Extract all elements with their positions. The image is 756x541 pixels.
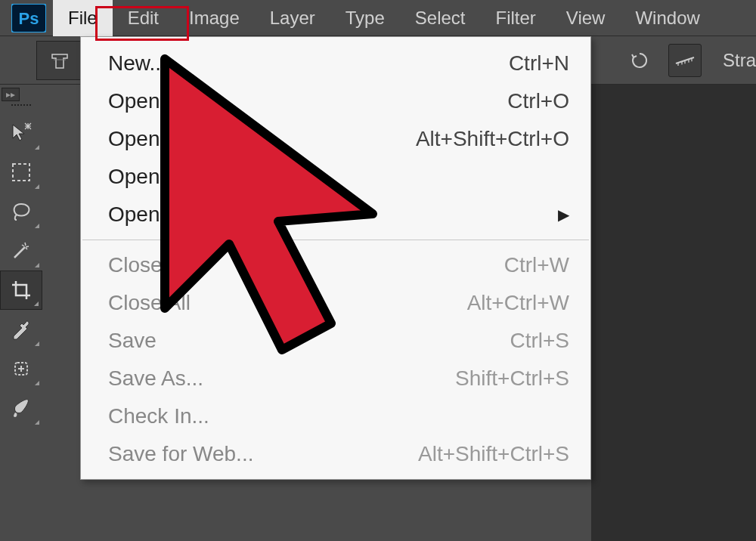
menu-item-label: New... xyxy=(108,51,509,76)
flyout-indicator-icon xyxy=(35,145,39,150)
menu-item-close: CloseCtrl+W xyxy=(81,246,590,284)
menu-view[interactable]: View xyxy=(551,0,621,36)
menu-item-new[interactable]: New...Ctrl+N xyxy=(81,45,590,82)
menu-item-label: Save As... xyxy=(108,366,455,391)
menu-item-shortcut: Shift+Ctrl+S xyxy=(455,366,569,391)
menu-item-shortcut: Alt+Shift+Ctrl+S xyxy=(418,442,569,466)
flyout-indicator-icon xyxy=(34,301,39,306)
menu-item-open[interactable]: OpenCtrl+O xyxy=(81,82,590,120)
tool-preset-picker[interactable] xyxy=(36,41,83,80)
magic-wand-tool[interactable] xyxy=(0,231,42,270)
panel-expand-button[interactable]: ▸▸ xyxy=(2,88,20,101)
straighten-button[interactable] xyxy=(668,44,702,77)
menu-item-label: Open a xyxy=(108,165,569,189)
file-menu-dropdown: New...Ctrl+NOpenCtrl+OOpenAlt+Shift+Ctrl… xyxy=(80,36,591,480)
menu-item-shortcut: Ctrl+W xyxy=(504,253,569,277)
menu-item-label: Open R xyxy=(108,202,552,227)
straighten-label: Stra xyxy=(714,50,756,71)
menu-layer[interactable]: Layer xyxy=(255,0,330,36)
menu-image[interactable]: Image xyxy=(174,0,255,36)
menu-edit[interactable]: Edit xyxy=(113,0,174,36)
panel-grip[interactable] xyxy=(0,104,42,106)
menu-item-shortcut: Alt+Ctrl+W xyxy=(467,291,569,315)
flyout-indicator-icon xyxy=(35,184,39,189)
svg-text:Ps: Ps xyxy=(19,9,39,28)
menu-window[interactable]: Window xyxy=(620,0,714,36)
photoshop-logo: Ps xyxy=(5,0,53,36)
menu-item-label: Save xyxy=(108,329,510,353)
eyedropper-tool[interactable] xyxy=(0,310,42,349)
canvas-area xyxy=(591,85,756,541)
menu-type[interactable]: Type xyxy=(330,0,400,36)
menu-item-check-in: Check In... xyxy=(81,397,590,435)
menu-item-open-a[interactable]: Open a xyxy=(81,158,590,196)
menu-separator xyxy=(82,240,589,240)
menu-item-label: Save for Web... xyxy=(108,442,418,466)
menu-item-close-all: Close AllAlt+Ctrl+W xyxy=(81,284,590,322)
menu-item-label: Check In... xyxy=(108,404,569,428)
flyout-indicator-icon xyxy=(35,224,39,228)
lasso-tool[interactable] xyxy=(0,192,42,231)
menu-item-label: Open xyxy=(108,127,416,151)
menu-item-open-r[interactable]: Open R▶ xyxy=(81,196,590,233)
menu-filter[interactable]: Filter xyxy=(481,0,551,36)
menu-item-shortcut: Ctrl+S xyxy=(510,329,569,353)
brush-tool[interactable] xyxy=(0,388,42,428)
menu-item-open[interactable]: OpenAlt+Shift+Ctrl+O xyxy=(81,120,590,158)
rotate-button[interactable] xyxy=(623,44,656,77)
move-tool[interactable] xyxy=(0,113,42,153)
marquee-tool[interactable] xyxy=(0,153,42,192)
menu-item-label: Close All xyxy=(108,291,467,315)
flyout-indicator-icon xyxy=(35,420,39,425)
menu-select[interactable]: Select xyxy=(400,0,481,36)
submenu-arrow-icon: ▶ xyxy=(552,206,569,224)
healing-brush-tool[interactable] xyxy=(0,349,42,388)
menu-item-label: Close xyxy=(108,253,504,277)
menu-item-shortcut: Ctrl+O xyxy=(507,89,569,113)
flyout-indicator-icon xyxy=(35,342,39,346)
menu-bar: Ps FileEditImageLayerTypeSelectFilterVie… xyxy=(0,0,756,36)
menu-file[interactable]: File xyxy=(53,0,113,36)
flyout-indicator-icon xyxy=(35,263,39,267)
menu-item-shortcut: Alt+Shift+Ctrl+O xyxy=(416,127,569,151)
menu-item-save: SaveCtrl+S xyxy=(81,322,590,360)
svg-rect-2 xyxy=(13,164,29,181)
menu-item-label: Open xyxy=(108,89,507,113)
crop-tool[interactable] xyxy=(0,270,42,310)
tools-panel: ▸▸ xyxy=(0,85,42,428)
menu-item-save-as: Save As...Shift+Ctrl+S xyxy=(81,360,590,397)
flyout-indicator-icon xyxy=(35,381,39,385)
menu-item-shortcut: Ctrl+N xyxy=(509,51,569,76)
menu-item-save-for-web: Save for Web...Alt+Shift+Ctrl+S xyxy=(81,435,590,473)
